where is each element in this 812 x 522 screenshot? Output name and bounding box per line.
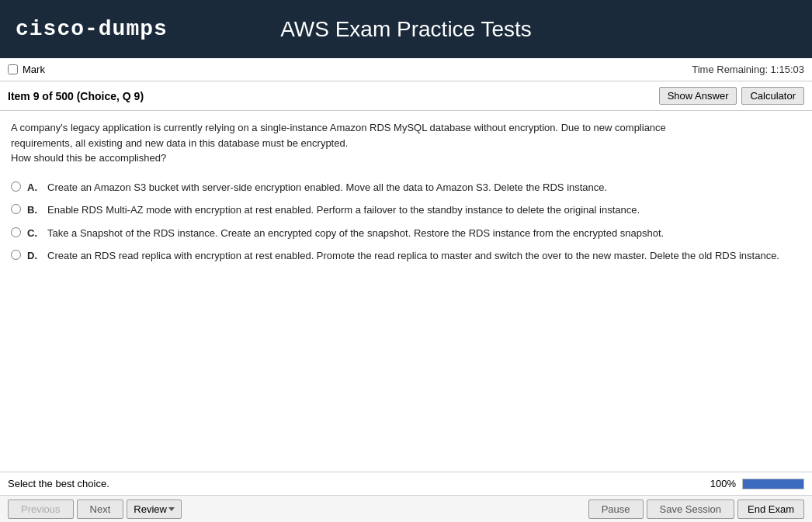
choice-d: D. Create an RDS read replica with encry… [11, 248, 801, 264]
review-label: Review [134, 503, 167, 515]
question-header: Item 9 of 500 (Choice, Q 9) Show Answer … [0, 81, 812, 111]
status-hint: Select the best choice. [8, 478, 109, 489]
question-line-3: How should this be accomplished? [11, 152, 166, 164]
choice-c-label: C. [27, 226, 41, 241]
right-buttons: Pause Save Session End Exam [588, 500, 804, 519]
choice-c-radio[interactable] [11, 227, 21, 237]
choice-a-label: A. [27, 180, 41, 195]
next-button[interactable]: Next [77, 500, 124, 519]
choice-d-text: Create an RDS read replica with encrypti… [47, 248, 801, 264]
review-chevron-icon [168, 507, 175, 511]
choice-b-radio[interactable] [11, 204, 21, 214]
mark-label: Mark [23, 64, 45, 75]
status-bar: Select the best choice. 100% [0, 472, 812, 495]
calculator-button[interactable]: Calculator [741, 87, 804, 105]
left-buttons: Previous Next Review [8, 500, 182, 519]
app-header: cisco-dumps AWS Exam Practice Tests [0, 0, 812, 58]
choice-b: B. Enable RDS Multi-AZ mode with encrypt… [11, 202, 801, 218]
review-button[interactable]: Review [127, 500, 182, 519]
question-content: A company's legacy application is curren… [0, 111, 812, 472]
choice-d-label: D. [27, 248, 41, 264]
end-exam-button[interactable]: End Exam [737, 500, 804, 519]
mark-left: Mark [8, 64, 45, 75]
bottom-bar: Previous Next Review Pause Save Session … [0, 495, 812, 522]
mark-checkbox[interactable] [8, 64, 18, 74]
question-title: Item 9 of 500 (Choice, Q 9) [8, 90, 144, 102]
time-remaining: Time Remaining: 1:15:03 [692, 64, 804, 75]
mark-bar: Mark Time Remaining: 1:15:03 [0, 58, 812, 81]
choice-a: A. Create an Amazon S3 bucket with serve… [11, 180, 801, 195]
choices-list: A. Create an Amazon S3 bucket with serve… [11, 180, 801, 264]
choice-b-label: B. [27, 202, 41, 218]
progress-pct: 100% [710, 478, 736, 489]
choice-a-radio[interactable] [11, 181, 21, 192]
choice-c-text: Take a Snapshot of the RDS instance. Cre… [47, 226, 801, 241]
save-session-button[interactable]: Save Session [647, 500, 735, 519]
logo: cisco-dumps [16, 17, 168, 41]
previous-button[interactable]: Previous [8, 500, 74, 519]
show-answer-button[interactable]: Show Answer [659, 87, 737, 105]
progress-bar-fill [743, 479, 803, 489]
app-title: AWS Exam Practice Tests [280, 17, 532, 42]
choice-c: C. Take a Snapshot of the RDS instance. … [11, 226, 801, 241]
choice-a-text: Create an Amazon S3 bucket with server-s… [47, 180, 801, 195]
progress-bar-container [742, 479, 804, 489]
progress-area: 100% [710, 478, 804, 489]
pause-button[interactable]: Pause [588, 500, 644, 519]
header-buttons: Show Answer Calculator [659, 87, 804, 105]
choice-d-radio[interactable] [11, 250, 21, 260]
question-line-2: requirements, all existing and new data … [11, 137, 348, 149]
choice-b-text: Enable RDS Multi-AZ mode with encryption… [47, 202, 801, 218]
question-line-1: A company's legacy application is curren… [11, 122, 666, 133]
question-text: A company's legacy application is curren… [11, 120, 801, 166]
